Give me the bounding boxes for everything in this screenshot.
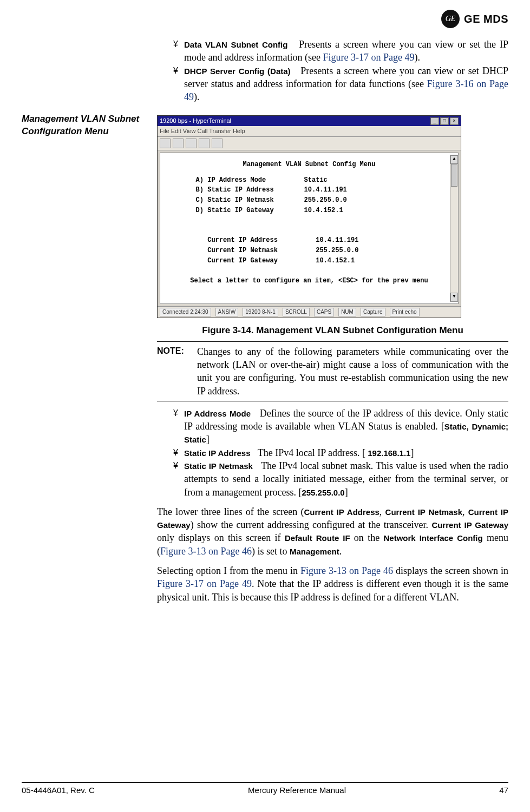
desc-post: ). — [414, 52, 420, 63]
terminal-screenshot: 19200 bps - HyperTerminal _ □ × File Edi… — [157, 115, 461, 318]
status-cell: Capture — [361, 308, 385, 316]
toolbar-button[interactable] — [186, 138, 197, 148]
bullet-static-ip-address: ¥ Static IP Address The IPv4 local IP ad… — [173, 446, 508, 459]
xref-link[interactable]: Figure 3-13 on Page 46 — [300, 565, 393, 576]
content-area: ¥ Data VLAN Subnet Config Presents a scr… — [22, 38, 508, 610]
bullet-static-ip-netmask: ¥ Static IP Netmask The IPv4 local subne… — [173, 459, 508, 499]
terminal-line: B) Static IP Address10.4.11.191 — [165, 185, 454, 195]
desc-post: ] — [410, 447, 414, 458]
terminal-line: Current IP Gateway10.4.152.1 — [165, 256, 454, 266]
bullet-ip-mode: ¥ IP Address Mode Defines the source of … — [173, 407, 508, 446]
bullet-mark: ¥ — [173, 38, 181, 64]
term: Static IP Netmask — [184, 461, 253, 471]
bullet-data-vlan: ¥ Data VLAN Subnet Config Presents a scr… — [173, 38, 508, 64]
bullet-mark: ¥ — [173, 407, 181, 446]
terminal-title: Management VLAN Subnet Config Menu — [165, 160, 454, 170]
scroll-thumb[interactable] — [451, 164, 457, 187]
page-footer: 05-4446A01, Rev. C Mercury Reference Man… — [22, 782, 508, 796]
minimize-icon[interactable]: _ — [430, 117, 439, 125]
maximize-icon[interactable]: □ — [440, 117, 449, 125]
toolbar-button[interactable] — [212, 138, 223, 148]
status-cell: NUM — [338, 308, 356, 316]
side-heading: Management VLAN Subnet Configuration Men… — [22, 113, 141, 610]
close-icon[interactable]: × — [450, 117, 459, 125]
terminal-line: D) Static IP Gateway10.4.152.1 — [165, 206, 454, 216]
desc-post: ] — [206, 434, 210, 445]
toolbar-button[interactable] — [173, 138, 184, 148]
term: IP Address Mode — [184, 409, 251, 418]
toolbar-button[interactable] — [199, 138, 210, 148]
footer-right: 47 — [499, 785, 508, 796]
term: DHCP Server Config (Data) — [184, 67, 291, 76]
brand-text: GE MDS — [464, 12, 508, 27]
xref-link[interactable]: Figure 3-17 on Page 49 — [157, 578, 252, 589]
desc-post: ). — [194, 91, 200, 102]
footer-center: Mercury Reference Manual — [248, 785, 346, 796]
code: 192.168.1.1 — [365, 448, 410, 458]
status-cell: ANSIW — [215, 308, 239, 316]
bullet-mark: ¥ — [173, 446, 181, 459]
desc: The IPv4 local IP address. [ — [258, 447, 365, 458]
xref-link[interactable]: Figure 3-17 on Page 49 — [323, 52, 414, 63]
xref-link[interactable]: Figure 3-13 on Page 46 — [160, 546, 252, 557]
page: GE GE MDS ¥ Data VLAN Subnet Config Pres… — [0, 0, 530, 812]
desc-post: ] — [345, 487, 348, 498]
scroll-up-icon[interactable]: ▲ — [450, 155, 458, 164]
bullet-mark: ¥ — [173, 64, 181, 104]
status-cell: CAPS — [314, 308, 334, 316]
top-bullet-block: ¥ Data VLAN Subnet Config Presents a scr… — [22, 38, 508, 103]
brand-logo: GE GE MDS — [441, 10, 508, 28]
figure-block: Management VLAN Subnet Configuration Men… — [22, 113, 508, 610]
bullet-dhcp: ¥ DHCP Server Config (Data) Presents a s… — [173, 64, 508, 104]
ge-monogram-icon: GE — [441, 10, 460, 28]
terminal-line: C) Static IP Netmask255.255.0.0 — [165, 195, 454, 206]
code: 255.255.0.0 — [302, 488, 344, 497]
figure-caption: Figure 3-14. Management VLAN Subnet Conf… — [157, 325, 508, 337]
statusbar: Connected 2:24:30 ANSIW 19200 8-N-1 SCRO… — [158, 306, 461, 318]
terminal-line: Current IP Address10.4.11.191 — [165, 235, 454, 246]
note-block: NOTE: Changes to any of the following pa… — [157, 341, 508, 401]
paragraph: Selecting option I from the menu in Figu… — [157, 564, 508, 604]
menubar[interactable]: File Edit View Call Transfer Help — [158, 126, 461, 137]
window-titlebar: 19200 bps - HyperTerminal _ □ × — [158, 116, 461, 126]
note-text: Changes to any of the following paramete… — [197, 345, 508, 398]
window-title: 19200 bps - HyperTerminal — [160, 117, 231, 125]
term: Data VLAN Subnet Config — [184, 40, 287, 49]
status-cell: Print echo — [390, 308, 420, 316]
status-cell: SCROLL — [283, 308, 310, 316]
bullet-mark: ¥ — [173, 459, 181, 499]
status-cell: 19200 8-N-1 — [243, 308, 278, 316]
footer-left: 05-4446A01, Rev. C — [22, 785, 95, 796]
term: Static IP Address — [184, 448, 251, 458]
terminal-prompt: Select a letter to configure an item, <E… — [165, 276, 454, 286]
scroll-down-icon[interactable]: ▼ — [450, 293, 458, 301]
toolbar-button[interactable] — [160, 138, 171, 148]
terminal-line: Current IP Netmask255.255.0.0 — [165, 246, 454, 256]
paragraph: The lower three lines of the screen (Cur… — [157, 505, 508, 558]
note-label: NOTE: — [157, 345, 195, 398]
terminal-line: A) IP Address ModeStatic — [165, 175, 454, 186]
terminal-pane: Management VLAN Subnet Config Menu A) IP… — [160, 153, 459, 304]
status-cell: Connected 2:24:30 — [160, 308, 211, 316]
scrollbar[interactable]: ▲ ▼ — [450, 155, 459, 302]
toolbar — [158, 137, 461, 150]
